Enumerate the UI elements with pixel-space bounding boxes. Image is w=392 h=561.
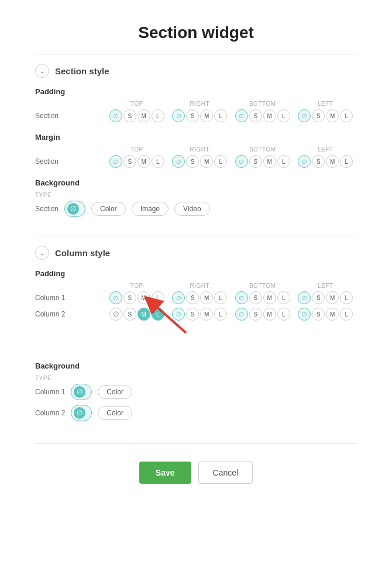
padding-right-group: ∅ S M L [169,109,232,122]
col1-padding-bottom-none[interactable]: ∅ [235,291,248,304]
section-style-collapse-btn[interactable]: ⌄ [35,64,49,78]
col1-padding-top-none[interactable]: ∅ [109,291,122,304]
padding-top-l-btn[interactable]: L [152,109,164,122]
section-bg-title: Background [35,178,357,187]
col2-padding-right-s[interactable]: S [186,308,199,321]
col1-padding-top-l[interactable]: L [152,291,164,304]
col1-bg-none-icon: ∅ [74,386,85,398]
col2-padding-left-l[interactable]: L [340,308,353,321]
col1-padding-left-group: ∅ S M L [294,291,357,304]
section-bg-none-icon: ∅ [67,203,79,215]
margin-right-none-btn[interactable]: ∅ [172,155,185,168]
margin-left-s-btn[interactable]: S [312,155,325,168]
margin-bottom-l-btn[interactable]: L [277,155,290,168]
col2-padding-bottom-none[interactable]: ∅ [235,308,248,321]
col2-padding-left-s[interactable]: S [312,308,325,321]
padding-top-s-btn[interactable]: S [123,109,136,122]
col1-padding-right-none[interactable]: ∅ [172,291,185,304]
margin-col-headers: TOP RIGHT BOTTOM LEFT [35,146,357,153]
margin-top-s-btn[interactable]: S [123,155,136,168]
col2-padding-left-m[interactable]: M [326,308,339,321]
column-style-title: Column style [55,248,110,258]
margin-left-l-btn[interactable]: L [340,155,353,168]
cancel-button[interactable]: Cancel [198,462,253,484]
col1-padding-bottom-s[interactable]: S [249,291,262,304]
col2-padding-right-l[interactable]: L [214,308,227,321]
margin-top-l-btn[interactable]: L [152,155,164,168]
column-bg-type-label: TYPE [35,375,357,381]
col2-bg-color-btn[interactable]: Color [98,406,132,420]
padding-left-none-btn[interactable]: ∅ [298,109,311,122]
margin-bottom-s-btn[interactable]: S [249,155,262,168]
padding-title: Padding [35,87,357,96]
col2-padding-top-s[interactable]: S [123,308,136,321]
col2-padding-bottom-m[interactable]: M [263,308,276,321]
padding-left-l-btn[interactable]: L [340,109,353,122]
col1-padding-bottom-m[interactable]: M [263,291,276,304]
col1-padding-top-s[interactable]: S [123,291,136,304]
section-bg-label: Section [35,205,59,213]
col1-padding-left-none[interactable]: ∅ [298,291,311,304]
col2-padding-right-none[interactable]: ∅ [172,308,185,321]
padding-left-m-btn[interactable]: M [326,109,339,122]
padding-right-m-btn[interactable]: M [200,109,213,122]
padding-bottom-s-btn[interactable]: S [249,109,262,122]
col1-padding-top-m[interactable]: M [137,291,150,304]
col1-bg-none-pill[interactable]: ∅ [71,384,92,400]
col2-padding-right-m[interactable]: M [200,308,213,321]
margin-right-s-btn[interactable]: S [186,155,199,168]
section-bg-video-btn[interactable]: Video [174,202,209,216]
margin-left-none-btn[interactable]: ∅ [298,155,311,168]
padding-bottom-l-btn[interactable]: L [277,109,290,122]
section-style-header: ⌄ Section style [35,64,357,78]
section-bg-row: Section ∅ Color Image Video [35,201,357,217]
col2-padding-top-m[interactable]: M [137,308,150,321]
margin-top-m-btn[interactable]: M [137,155,150,168]
padding-left-group: ∅ S M L [294,109,357,122]
col-header-top: TOP [105,101,169,107]
section-bg-none-pill[interactable]: ∅ [64,201,85,217]
padding-top-none-btn[interactable]: ∅ [109,109,122,122]
section-margin-row: Section ∅ S M L ∅ S M L ∅ S M L ∅ S M L [35,155,357,168]
padding-top-group: ∅ S M L [105,109,169,122]
section-bg-color-btn[interactable]: Color [91,202,126,216]
column-style-block: ⌄ Column style Padding TOP RIGHT BOTTOM … [0,236,392,443]
padding-bottom-m-btn[interactable]: M [263,109,276,122]
col1-padding-top-group: ∅ S M L [105,291,169,304]
col1-padding-bottom-l[interactable]: L [277,291,290,304]
col1-padding-right-m[interactable]: M [200,291,213,304]
padding-top-m-btn[interactable]: M [137,109,150,122]
margin-bottom-m-btn[interactable]: M [263,155,276,168]
padding-right-none-btn[interactable]: ∅ [172,109,185,122]
margin-right-l-btn[interactable]: L [214,155,227,168]
col-header-bottom: BOTTOM [231,101,294,107]
margin-right-m-btn[interactable]: M [200,155,213,168]
margin-left-m-btn[interactable]: M [326,155,339,168]
margin-bottom-none-btn[interactable]: ∅ [235,155,248,168]
column1-padding-row: Column 1 ∅ S M L ∅ S M L ∅ S M L ∅ S M L [35,291,357,304]
column-style-collapse-btn[interactable]: ⌄ [35,246,49,260]
col2-padding-bottom-l[interactable]: L [277,308,290,321]
save-button[interactable]: Save [139,462,191,484]
col1-padding-left-s[interactable]: S [312,291,325,304]
col1-bg-color-btn[interactable]: Color [98,385,132,399]
col1-padding-bottom-group: ∅ S M L [231,291,294,304]
col2-padding-left-none[interactable]: ∅ [298,308,311,321]
col2-padding-bottom-s[interactable]: S [249,308,262,321]
section-bg-image-btn[interactable]: Image [132,202,169,216]
padding-left-s-btn[interactable]: S [312,109,325,122]
col1-padding-right-s[interactable]: S [186,291,199,304]
col1-padding-left-m[interactable]: M [326,291,339,304]
col1-padding-right-l[interactable]: L [214,291,227,304]
col2-padding-top-none[interactable]: ∅ [109,308,122,321]
padding-bottom-none-btn[interactable]: ∅ [235,109,248,122]
padding-right-l-btn[interactable]: L [214,109,227,122]
padding-right-s-btn[interactable]: S [186,109,199,122]
margin-top-none-btn[interactable]: ∅ [109,155,122,168]
col1-padding-left-l[interactable]: L [340,291,353,304]
column-style-header: ⌄ Column style [35,246,357,260]
col1-bg-row: Column 1 ∅ Color [35,384,357,400]
col2-bg-none-pill[interactable]: ∅ [71,405,92,421]
margin-bottom-group: ∅ S M L [231,155,294,168]
col2-padding-top-l[interactable]: L [152,308,164,321]
